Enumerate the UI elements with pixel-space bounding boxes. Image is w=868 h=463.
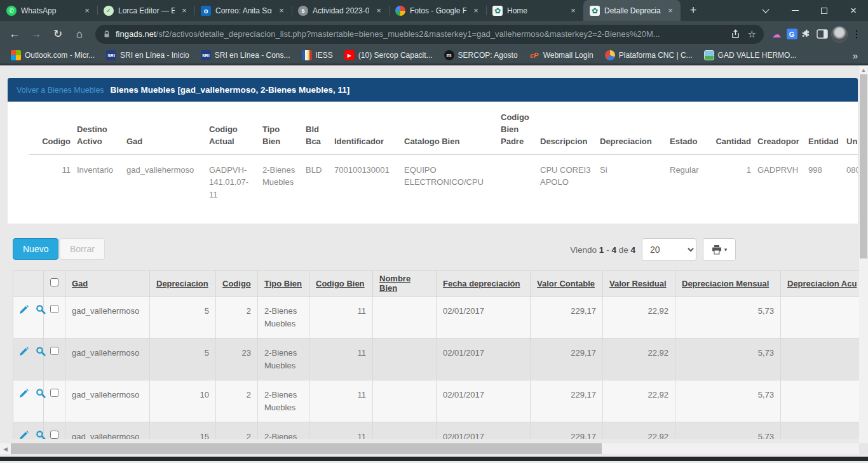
sort-link[interactable]: Tipo Bien [264,279,302,288]
bookmark-plataforma-cnc[interactable]: Plataforma CNC | C... [600,48,697,62]
column-header-gad: Gad [65,271,150,297]
bookmark-star-icon[interactable]: ☆ [748,29,756,40]
viewing-prefix: Viendo [570,245,597,255]
weather-extension-icon[interactable]: ☁ [770,28,783,41]
minimize-button[interactable] [780,0,810,21]
page-size-select[interactable]: 20 [642,238,696,261]
home-icon[interactable]: ⌂ [70,25,89,44]
address-bar[interactable]: fingads.net/sf2/activos/detalle_deprecia… [95,25,764,44]
cell-gad: gad_vallehermoso [126,154,209,205]
cell-codigo: 2 [216,380,258,422]
cell-valor-contable: 229,17 [531,339,603,380]
view-magnifier-icon[interactable] [36,430,46,439]
new-tab-button[interactable]: + [684,2,702,20]
bookmark-sri-consultas[interactable]: SRI SRI en Línea - Cons... [196,48,295,62]
row-checkbox[interactable] [50,431,58,439]
column-header: Un Eje [846,108,858,154]
bookmark-sercop-video[interactable]: ▶ (10) Sercop Capacit... [340,48,437,62]
close-tab-icon[interactable]: × [374,6,384,16]
actions-column-header [13,271,44,297]
outlook-icon: o [201,6,211,16]
reload-icon[interactable]: ↻ [48,25,67,44]
cell-estado: Regular [670,154,711,205]
sort-link[interactable]: Nombre Bien [379,274,410,293]
sort-link[interactable]: Depreciacion Mensual [682,279,769,288]
master-header-row: Codigo Destino Activo Gad Codigo Actual … [29,108,858,154]
sort-link[interactable]: Depreciacion [156,279,208,288]
column-header: Estado [670,108,711,154]
close-tab-icon[interactable]: × [179,6,189,16]
sort-link[interactable]: Fecha depreciación [443,279,520,288]
vertical-scroll-thumb[interactable] [860,74,867,258]
row-checkbox[interactable] [50,305,58,313]
view-magnifier-icon[interactable] [36,388,46,399]
print-button[interactable]: ▾ [703,238,736,261]
sort-link[interactable]: Valor Residual [609,279,667,288]
cell-dep-mensual: 5,73 [675,339,781,380]
row-checkbox[interactable] [50,389,58,397]
close-tab-icon[interactable]: × [82,6,92,16]
volver-link[interactable]: Volver a Bienes Muebles [17,86,104,95]
sort-link[interactable]: Depreciacion Acu [787,279,857,288]
tab-label: WhatsApp [21,6,78,15]
edit-pencil-icon[interactable] [18,430,29,439]
translate-extension-icon[interactable]: G [785,28,798,41]
tab-correo[interactable]: o Correo: Anita Sos × [194,0,292,21]
borrar-button[interactable]: Borrar [60,238,105,260]
maximize-button[interactable] [810,0,839,21]
tab-home[interactable]: ✿ Home × [486,0,583,21]
share-icon[interactable] [731,29,742,39]
scroll-left-icon[interactable]: ◀ [0,443,11,454]
select-all-checkbox[interactable] [50,278,58,286]
sort-link[interactable]: Codigo [222,279,251,288]
sort-link[interactable]: Gad [72,279,88,288]
back-icon[interactable]: ← [5,25,24,44]
side-panel-icon[interactable] [816,28,829,41]
bookmarks-overflow-icon[interactable]: » [849,50,862,61]
edit-pencil-icon[interactable] [18,304,29,315]
view-magnifier-icon[interactable] [36,346,46,357]
extensions-puzzle-icon[interactable] [801,28,813,41]
row-checkbox[interactable] [50,347,58,355]
bookmark-gad-valle-hermoso[interactable]: GAD VALLE HERMO... [700,48,801,62]
tab-actividad[interactable]: s Actividad 2023-0 × [292,0,389,21]
tab-fotos[interactable]: Fotos - Google F × [389,0,486,21]
close-tab-icon[interactable]: × [665,6,675,16]
tab-lorca-editor[interactable]: ✓ Lorca Editor — El × [97,0,194,21]
column-header-codigo-bien: Codigo Bien [309,271,373,297]
bookmark-sercop-agosto[interactable]: m SERCOP: Agosto [440,48,522,62]
cell-codigo-bien: 11 [309,380,373,422]
column-header: Codigo [29,108,77,154]
edit-pencil-icon[interactable] [18,346,29,357]
cell-gad: gad_vallehermoso [65,339,150,380]
close-tab-icon[interactable]: × [471,6,481,16]
tab-detalle-depreciacion-active[interactable]: ✿ Detalle Deprecia × [583,0,681,21]
bookmark-webmail[interactable]: cP Webmail Login [525,48,598,62]
nuevo-button[interactable]: Nuevo [13,238,58,260]
sort-link[interactable]: Valor Contable [537,279,595,288]
cell-entidad: 998 [808,154,846,205]
sort-link[interactable]: Codigo Bien [316,279,365,288]
vertical-scrollbar[interactable]: ▲ ▼ [859,65,868,454]
cell-gad: gad_vallehermoso [65,380,150,422]
close-tab-icon[interactable]: × [568,6,578,16]
view-magnifier-icon[interactable] [36,304,46,315]
grid-toolbar: Nuevo Borrar Viendo 1 - 4 de 4 20 [8,237,858,264]
bookmark-iess[interactable]: IESS [297,48,337,62]
tab-whatsapp[interactable]: ✆ WhatsApp × [0,0,97,21]
kebab-menu-icon[interactable]: ⋮ [850,28,863,41]
edit-pencil-icon[interactable] [18,388,29,399]
bookmark-outlook[interactable]: Outlook.com - Micr... [6,48,99,62]
close-tab-icon[interactable]: × [276,6,287,16]
profile-avatar[interactable] [831,26,848,43]
column-header: Gad [126,108,209,154]
horizontal-scroll-thumb[interactable] [11,443,602,454]
lock-icon [103,30,111,38]
cell-valor-contable: 229,17 [531,422,603,440]
forward-icon[interactable]: → [27,25,46,44]
close-window-button[interactable]: × [839,0,868,21]
horizontal-scrollbar[interactable]: ◀ [0,443,859,454]
bookmark-sri-inicio[interactable]: SRI SRI en Línea - Inicio [102,48,194,62]
tab-search-chevron-icon[interactable] [751,0,780,21]
scroll-up-icon[interactable]: ▲ [859,65,868,74]
